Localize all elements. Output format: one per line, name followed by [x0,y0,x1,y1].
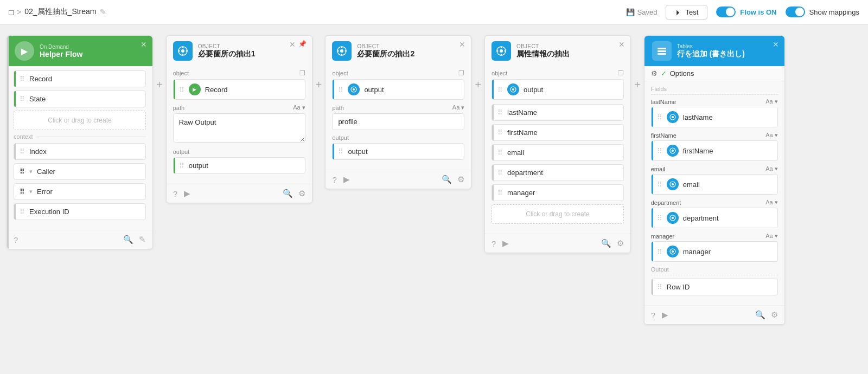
copy-icon[interactable]: ❐ [618,69,624,77]
lastname-field[interactable]: ⠿ lastName [492,104,624,121]
card1-output-field[interactable]: ⠿ output [173,157,305,174]
close-icon[interactable]: ✕ [289,40,296,49]
card4-lastname-field[interactable]: ⠿ lastName [651,107,778,127]
add-card-1[interactable]: + [153,79,166,91]
department-field[interactable]: ⠿ department [492,164,624,181]
create-placeholder[interactable]: Click or drag to create [492,204,624,224]
email-field[interactable]: ⠿ email [492,144,624,161]
search-icon[interactable]: 🔍 [601,238,611,248]
close-icon[interactable]: ✕ [618,40,625,49]
card1-type: Object [198,43,256,49]
aa-tag: Aa ▾ [765,199,778,206]
card1-path-input[interactable] [173,113,305,143]
card4-manager-field[interactable]: ⠿ manager [651,241,778,262]
caller-field[interactable]: ⠿ ▾ Caller [14,163,146,180]
card1-record-field[interactable]: ⠿ ▶ Record [173,79,305,100]
card4-firstname-field[interactable]: ⠿ firstName [651,140,778,161]
helper-play-button[interactable]: ▶ [15,41,34,61]
drag-handle[interactable]: ⠿ [497,189,503,197]
card3-object-field[interactable]: ⠿ output [492,79,624,100]
state-field[interactable]: ⠿ State [14,91,146,107]
drag-handle[interactable]: ⠿ [497,86,503,94]
run-icon[interactable]: ▶ [343,175,350,184]
drag-handle[interactable]: ⠿ [657,147,662,155]
index-field[interactable]: ⠿ Index [14,143,146,160]
card4-department-field[interactable]: ⠿ department [651,208,778,228]
settings-icon[interactable]: ⚙ [771,310,778,320]
test-button[interactable]: ⏵ Test [666,5,707,20]
record-field[interactable]: ⠿ Record [14,70,146,87]
close-icon[interactable]: ✕ [773,40,779,49]
drag-handle[interactable]: ⠿ [20,147,25,156]
svg-point-3 [182,54,183,56]
help-icon[interactable]: ? [492,239,496,248]
card2-object-value: output [364,86,458,94]
drag-handle[interactable]: ⠿ [20,167,25,176]
drag-handle[interactable]: ⠿ [657,283,662,291]
pin-icon[interactable]: 📌 [298,40,307,48]
create-placeholder[interactable]: Click or drag to create [14,111,146,130]
drag-handle[interactable]: ⠿ [497,108,503,117]
close-icon[interactable]: ✕ [141,40,147,49]
drag-handle[interactable]: ⠿ [20,95,25,103]
svg-point-9 [341,54,343,56]
drag-handle[interactable]: ⠿ [657,214,662,222]
aa-tag: Aa ▾ [765,233,778,240]
drag-handle[interactable]: ⠿ [179,162,184,170]
drag-handle[interactable]: ⠿ [657,180,662,189]
flow-toggle[interactable] [716,7,736,17]
drag-handle[interactable]: ⠿ [20,188,25,196]
card2-output-field[interactable]: ⠿ output [332,143,464,160]
search-icon[interactable]: 🔍 [755,310,765,320]
execution-id-field[interactable]: ⠿ Execution ID [14,203,146,220]
help-icon[interactable]: ? [332,175,336,184]
search-icon[interactable]: 🔍 [283,189,293,198]
close-icon[interactable]: ✕ [459,40,465,49]
help-icon[interactable]: ? [14,235,18,244]
drag-handle[interactable]: ⠿ [20,75,25,83]
card3-footer: ? ▶ 🔍 ⚙ [485,234,630,253]
settings-icon[interactable]: ⚙ [298,189,305,198]
settings-icon[interactable]: ✎ [139,235,146,244]
drag-handle[interactable]: ⠿ [497,169,503,177]
drag-handle[interactable]: ⠿ [657,248,662,256]
drag-handle[interactable]: ⠿ [497,149,503,157]
settings-icon[interactable]: ⚙ [617,238,624,248]
add-card-4[interactable]: + [631,79,644,91]
search-icon[interactable]: 🔍 [442,175,452,184]
search-icon[interactable]: 🔍 [123,235,133,244]
drag-handle[interactable]: ⠿ [338,147,343,156]
error-field[interactable]: ⠿ ▾ Error [14,183,146,200]
helper-card-footer: ? 🔍 ✎ [7,230,152,249]
svg-rect-23 [658,50,666,52]
card4-email-field[interactable]: ⠿ email [651,174,778,195]
svg-point-7 [340,49,343,53]
card2-object-field[interactable]: ⠿ output [332,79,464,100]
help-icon[interactable]: ? [651,311,655,320]
edit-icon[interactable]: ✎ [100,8,106,16]
drag-handle[interactable]: ⠿ [20,208,25,216]
drag-handle[interactable]: ⠿ [338,86,343,94]
object-icon [496,46,507,56]
drag-handle[interactable]: ⠿ [179,86,184,94]
row-id-field[interactable]: ⠿ Row ID [651,279,778,295]
help-icon[interactable]: ? [173,189,177,198]
card-table-add: Tables 行を追加 (書き出し) ✕ ⚙ ✓ Options Fields … [644,35,785,325]
copy-icon[interactable]: ❐ [458,69,464,77]
drag-handle[interactable]: ⠿ [657,113,662,121]
add-card-3[interactable]: + [471,79,484,91]
copy-icon[interactable]: ❐ [299,69,305,77]
svg-point-15 [500,49,503,53]
card2-path-input[interactable] [332,113,464,130]
settings-icon[interactable]: ⚙ [457,175,464,184]
add-card-2[interactable]: + [312,79,326,91]
run-icon[interactable]: ▶ [662,310,668,320]
firstname-field[interactable]: ⠿ firstName [492,124,624,141]
object-label: object ❐ [492,69,624,77]
run-icon[interactable]: ▶ [184,189,190,198]
mappings-toggle[interactable] [786,7,805,17]
svg-point-16 [501,47,502,48]
drag-handle[interactable]: ⠿ [497,128,503,137]
manager-field[interactable]: ⠿ manager [492,184,624,201]
run-icon[interactable]: ▶ [502,238,509,248]
